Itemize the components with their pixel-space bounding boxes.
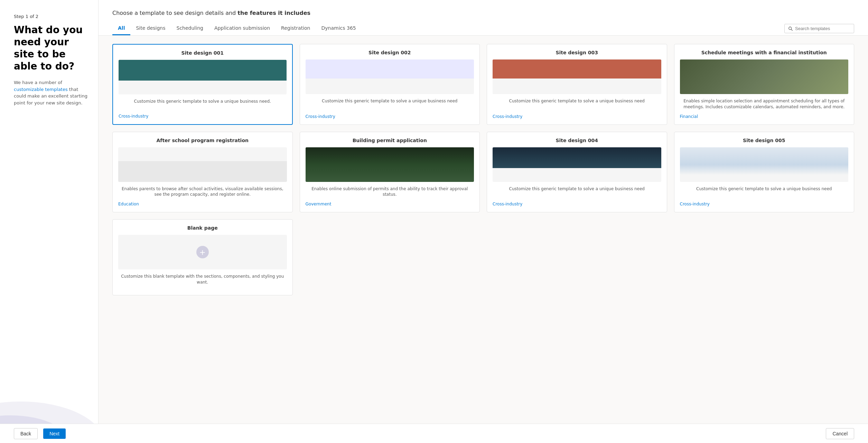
template-title: Schedule meetings with a financial insti… — [680, 50, 849, 55]
tab-application-submission[interactable]: Application submission — [209, 22, 276, 35]
template-title: Site design 003 — [493, 50, 661, 55]
template-description: Customize this generic template to solve… — [493, 98, 661, 110]
search-icon — [788, 26, 793, 31]
tabs-container: All Site designs Scheduling Application … — [112, 22, 362, 35]
template-preview — [119, 60, 287, 94]
tab-dynamics365[interactable]: Dynamics 365 — [316, 22, 362, 35]
template-grid-container: Site design 001 Customize this generic t… — [99, 36, 868, 443]
template-title: Site design 001 — [119, 50, 287, 56]
template-card-blank-page[interactable]: Blank page + Customize this blank templa… — [112, 219, 293, 295]
template-card-building-permit[interactable]: Building permit application Enables onli… — [300, 132, 480, 213]
template-tag: Government — [306, 202, 474, 206]
header-title: Choose a template to see design details … — [112, 10, 854, 16]
main-header: Choose a template to see design details … — [99, 0, 868, 36]
tab-all[interactable]: All — [112, 22, 130, 35]
tab-registration[interactable]: Registration — [276, 22, 316, 35]
template-preview — [306, 59, 474, 94]
template-description: Enables parents to browse after school a… — [118, 186, 287, 198]
template-tag: Cross-industry — [680, 202, 849, 206]
template-tag: Cross-industry — [493, 202, 661, 206]
template-description: Customize this generic template to solve… — [306, 98, 474, 110]
template-card-site-design-004[interactable]: Site design 004 Customize this generic t… — [487, 132, 667, 213]
tabs-row: All Site designs Scheduling Application … — [112, 22, 854, 35]
template-tag: Cross-industry — [306, 114, 474, 119]
left-panel: Step 1 of 2 What do you need your site t… — [0, 0, 99, 443]
bottom-bar: Back Next Cancel — [0, 424, 868, 443]
template-card-site-design-003[interactable]: Site design 003 Customize this generic t… — [487, 44, 667, 125]
page-heading: What do you need your site to be able to… — [14, 24, 88, 72]
template-title: Site design 002 — [306, 50, 474, 55]
page-step: Step 1 of 2 — [14, 14, 88, 19]
back-button[interactable]: Back — [14, 428, 38, 439]
template-description: Customize this generic template to solve… — [119, 99, 287, 110]
template-preview: + — [118, 235, 287, 269]
template-title: After school program registration — [118, 138, 287, 143]
template-card-schedule-meetings[interactable]: Schedule meetings with a financial insti… — [674, 44, 855, 125]
template-card-site-design-002[interactable]: Site design 002 Customize this generic t… — [300, 44, 480, 125]
template-description: Customize this blank template with the s… — [118, 274, 287, 285]
template-tag: Cross-industry — [119, 114, 287, 119]
template-tag: Cross-industry — [493, 114, 661, 119]
next-button[interactable]: Next — [43, 428, 66, 439]
template-title: Blank page — [118, 225, 287, 231]
template-description: Customize this generic template to solve… — [680, 186, 849, 198]
template-card-site-design-001[interactable]: Site design 001 Customize this generic t… — [112, 44, 293, 125]
tab-scheduling[interactable]: Scheduling — [171, 22, 209, 35]
template-description: Customize this generic template to solve… — [493, 186, 661, 198]
template-grid: Site design 001 Customize this generic t… — [112, 44, 854, 295]
template-tag: Financial — [680, 114, 849, 119]
template-preview — [493, 59, 661, 94]
template-description: Enables online submission of permits and… — [306, 186, 474, 198]
tab-site-designs[interactable]: Site designs — [130, 22, 171, 35]
template-preview — [680, 59, 849, 94]
template-preview — [680, 147, 849, 182]
search-box[interactable] — [784, 24, 854, 33]
template-title: Site design 004 — [493, 138, 661, 143]
template-tag: Education — [118, 202, 287, 206]
template-preview — [493, 147, 661, 182]
svg-line-3 — [791, 29, 793, 30]
template-preview — [118, 147, 287, 182]
template-description: Enables simple location selection and ap… — [680, 98, 849, 110]
template-card-site-design-005[interactable]: Site design 005 Customize this generic t… — [674, 132, 855, 213]
template-title: Building permit application — [306, 138, 474, 143]
bottom-nav-left: Back Next — [14, 428, 66, 439]
plus-icon: + — [196, 246, 209, 258]
page-description: We have a number of customizable templat… — [14, 79, 88, 106]
template-card-afterschool[interactable]: After school program registration Enable… — [112, 132, 293, 213]
cancel-button[interactable]: Cancel — [826, 428, 854, 439]
main-panel: Choose a template to see design details … — [99, 0, 868, 443]
search-input[interactable] — [795, 26, 850, 31]
template-preview — [306, 147, 474, 182]
template-title: Site design 005 — [680, 138, 849, 143]
